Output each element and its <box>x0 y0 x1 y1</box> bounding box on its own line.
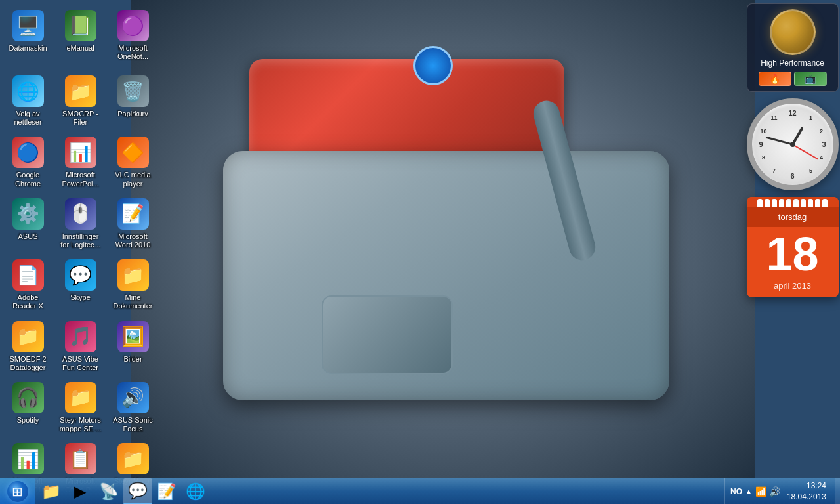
vibefc-icon-img: 🎵 <box>65 321 96 352</box>
tray-clock[interactable]: 13:24 18.04.2013 <box>784 480 830 503</box>
desktop-icon-word2010[interactable]: 📝Microsoft Word 2010 <box>108 195 158 253</box>
spiral-mark-2 <box>772 199 777 207</box>
windows-logo-icon: ⊞ <box>12 484 23 499</box>
word2010-icon-label: Microsoft Word 2010 <box>112 232 154 249</box>
desktop-icon-skype[interactable]: 💬Skype <box>56 256 105 314</box>
desktop-icon-smocrp[interactable]: 📁SMOCRP - Filer <box>56 72 105 130</box>
taskbar-network-icon[interactable]: 📡 <box>94 478 123 505</box>
tray-network-icon[interactable]: 📶 <box>755 486 766 497</box>
engine-detail <box>322 295 453 374</box>
officeP-icon-img: 📋 <box>65 443 96 474</box>
excel-icon-img: 📊 <box>12 443 44 474</box>
desktop-icon-bilder[interactable]: 🖼️Bilder <box>108 318 158 375</box>
calendar-month-year: april 2013 <box>747 281 839 297</box>
smocrp-icon-label: SMOCRP - Filer <box>59 110 102 127</box>
clock-6: 6 <box>788 171 798 181</box>
taskbar-explorer-icon[interactable]: 📁 <box>37 478 66 505</box>
hp-btn-green[interactable]: 📺 <box>794 72 827 86</box>
start-button[interactable]: ⊞ <box>0 478 35 505</box>
steyrk-icon-img: 📁 <box>117 443 149 474</box>
taskbar-skype-icon[interactable]: 💬 <box>123 478 152 505</box>
desktop: 🖥️Datamaskin📗eManual🟣Microsoft OneNot...… <box>0 0 840 504</box>
desktop-icon-vlc[interactable]: 🔶VLC media player <box>108 133 158 191</box>
hp-btn-orange[interactable]: 🔥 <box>759 72 791 86</box>
smocrp-icon-img: 📁 <box>65 75 96 107</box>
spiral-mark-0 <box>757 199 763 207</box>
smoedf2-icon-img: 📁 <box>12 321 44 352</box>
clock-11: 11 <box>769 113 780 123</box>
hp-buttons: 🔥 📺 <box>759 72 827 86</box>
desktop-wallpaper <box>131 0 755 479</box>
vlc-icon-label: VLC media player <box>112 171 154 188</box>
spiral-mark-6 <box>801 199 806 207</box>
desktop-icon-papirkurv[interactable]: 🗑️Papirkurv <box>108 72 158 130</box>
emanual-icon-img: 📗 <box>65 10 96 41</box>
clock-9: 9 <box>756 139 766 150</box>
clock-minute-hand <box>766 136 793 146</box>
datamaskin-icon-img: 🖥️ <box>12 10 44 41</box>
desktop-icon-steyrm[interactable]: 📁Steyr Motors mappe SE ... <box>56 379 105 436</box>
desktop-icon-chrome[interactable]: 🔵Google Chrome <box>3 133 52 191</box>
desktop-icon-asus[interactable]: ⚙️ASUS <box>3 195 52 253</box>
sonic-icon-label: ASUS Sonic Focus <box>112 416 154 433</box>
adobepdf-icon-label: Adobe Reader X <box>7 293 49 310</box>
spiral-mark-5 <box>793 199 799 207</box>
spiral-mark-8 <box>815 199 820 207</box>
clock-4: 4 <box>816 152 827 163</box>
clock-widget: 12 3 6 9 1 11 2 10 4 8 5 7 <box>747 98 839 190</box>
papirkurv-icon-img: 🗑️ <box>117 75 149 107</box>
asus-icon-label: ASUS <box>18 232 38 241</box>
clock-2: 2 <box>816 126 827 136</box>
powerpoint-icon-label: Microsoft PowerPoi... <box>59 171 102 188</box>
desktop-icon-datamaskin[interactable]: 🖥️Datamaskin <box>3 7 52 69</box>
velg-icon-img: 🌐 <box>12 75 44 107</box>
desktop-icon-emanual[interactable]: 📗eManual <box>56 7 105 69</box>
logitech-icon-label: Innstillinger for Logitec... <box>59 232 102 249</box>
calendar-widget: torsdag 18 april 2013 <box>747 197 839 297</box>
desktop-icon-smoedf2[interactable]: 📁SMOEDF 2 Datalogger <box>3 318 52 375</box>
desktop-icon-powerpoint[interactable]: 📊Microsoft PowerPoi... <box>56 133 105 191</box>
papirkurv-icon-label: Papirkurv <box>117 110 148 118</box>
skype-icon-img: 💬 <box>65 259 96 291</box>
clock-10: 10 <box>759 126 769 136</box>
tray-icons-group: 📶 🔊 <box>755 486 780 497</box>
clock-1: 1 <box>806 113 816 123</box>
taskbar-ie-icon[interactable]: 🌐 <box>181 478 210 505</box>
desktop-icon-minedok[interactable]: 📁Mine Dokumenter <box>108 256 158 314</box>
onenote-icon-label: Microsoft OneNot... <box>112 44 154 61</box>
desktop-icon-logitech[interactable]: 🖱️Innstillinger for Logitec... <box>56 195 105 253</box>
start-orb: ⊞ <box>7 481 28 502</box>
sonic-icon-img: 🔊 <box>117 382 149 413</box>
desktop-icon-velg[interactable]: 🌐Velg av nettleser <box>3 72 52 130</box>
desktop-icon-onenote[interactable]: 🟣Microsoft OneNot... <box>108 7 158 69</box>
vlc-icon-img: 🔶 <box>117 136 149 168</box>
emanual-icon-label: eManual <box>66 44 94 52</box>
desktop-icon-sonic[interactable]: 🔊ASUS Sonic Focus <box>108 379 158 436</box>
engine-cap <box>413 46 453 85</box>
engine-body <box>223 151 669 400</box>
spiral-mark-1 <box>765 199 770 207</box>
high-performance-widget: High Performance 🔥 📺 <box>747 3 839 92</box>
icon-grid: 🖥️Datamaskin📗eManual🟣Microsoft OneNot...… <box>0 0 203 504</box>
taskbar-word-icon[interactable]: 📝 <box>152 478 181 505</box>
taskbar-media-player-icon[interactable]: ▶ <box>66 478 94 505</box>
tray-time-display: 13:24 <box>787 480 826 492</box>
onenote-icon-img: 🟣 <box>117 10 149 41</box>
spiral-mark-4 <box>786 199 791 207</box>
tray-date-display: 18.04.2013 <box>787 492 826 503</box>
steyrm-icon-label: Steyr Motors mappe SE ... <box>59 416 102 433</box>
desktop-icon-adobepdf[interactable]: 📄Adobe Reader X <box>3 256 52 314</box>
desktop-icon-vibefc[interactable]: 🎵ASUS Vibe Fun Center <box>56 318 105 375</box>
show-desktop-button[interactable] <box>835 478 840 505</box>
taskbar-pinned-area: 📁 ▶ 📡 💬 📝 🌐 <box>37 478 210 504</box>
tray-expand-icon[interactable]: ▲ <box>746 488 752 495</box>
minedok-icon-label: Mine Dokumenter <box>112 293 154 310</box>
tray-volume-icon[interactable]: 🔊 <box>769 486 780 497</box>
calendar-day-name: torsdag <box>752 212 833 222</box>
word2010-icon-img: 📝 <box>117 198 149 230</box>
desktop-icon-spotify[interactable]: 🎧Spotify <box>3 379 52 436</box>
hp-icon <box>770 9 816 55</box>
bilder-icon-img: 🖼️ <box>117 321 149 352</box>
bilder-icon-label: Bilder <box>123 355 142 364</box>
minedok-icon-img: 📁 <box>117 259 149 291</box>
